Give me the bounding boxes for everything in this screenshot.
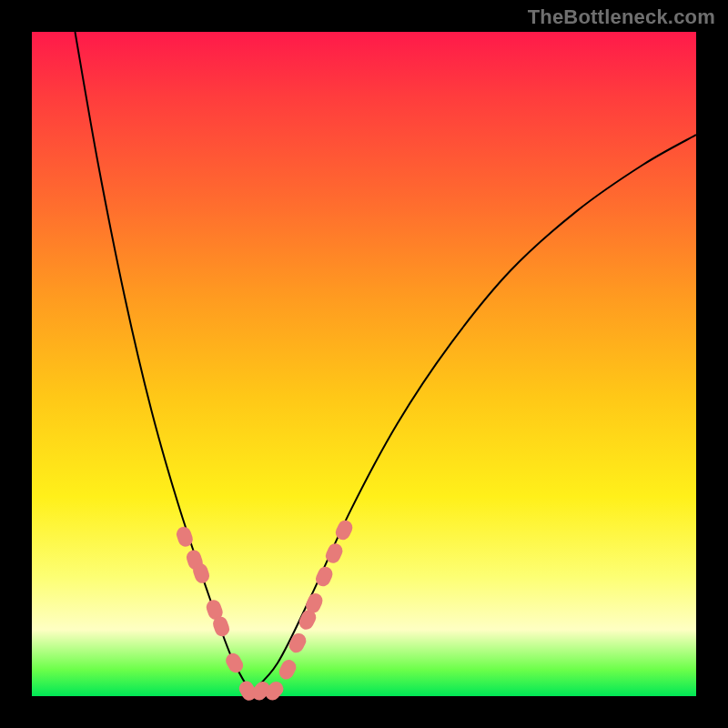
marker-dot <box>287 631 308 655</box>
marker-dot <box>277 657 298 682</box>
plot-area <box>32 32 696 696</box>
marker-dot <box>223 651 246 675</box>
curve-layer <box>32 32 696 696</box>
watermark-text: TheBottleneck.com <box>528 5 715 29</box>
chart-frame: TheBottleneck.com <box>0 0 728 728</box>
highlighted-points <box>175 518 355 703</box>
curve-left <box>75 32 250 693</box>
